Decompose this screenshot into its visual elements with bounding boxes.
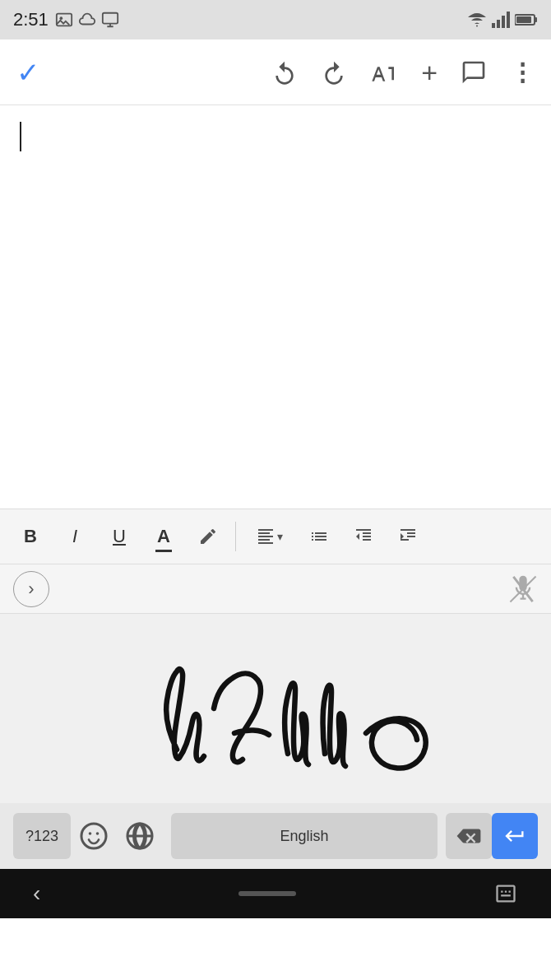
list-icon xyxy=(309,527,329,546)
svg-point-11 xyxy=(81,824,106,848)
secondary-toolbar: › xyxy=(0,564,551,614)
screen-icon xyxy=(101,11,119,29)
globe-icon xyxy=(125,821,155,851)
status-time: 2:51 xyxy=(13,9,49,30)
text-color-button[interactable]: A xyxy=(143,516,184,557)
editor-area[interactable] xyxy=(0,105,551,509)
svg-point-12 xyxy=(89,832,92,835)
check-button[interactable]: ✓ xyxy=(16,56,39,89)
font-size-button[interactable] xyxy=(370,59,398,86)
toolbar-right: + ⋮ xyxy=(271,58,535,86)
wifi-icon xyxy=(467,12,487,28)
comment-button[interactable] xyxy=(461,59,487,86)
color-bar xyxy=(155,550,172,552)
delete-icon xyxy=(456,826,481,846)
svg-rect-8 xyxy=(535,17,537,22)
emoji-icon xyxy=(79,821,109,851)
status-bar: 2:51 xyxy=(0,0,551,39)
emoji-button[interactable] xyxy=(71,813,117,859)
signal-icon xyxy=(492,12,510,28)
svg-rect-2 xyxy=(103,13,118,24)
mic-disabled-button[interactable] xyxy=(508,574,538,604)
numbers-button[interactable]: ?123 xyxy=(13,813,71,859)
text-cursor xyxy=(20,122,21,151)
bold-button[interactable]: B xyxy=(10,516,51,557)
align-button[interactable]: ▾ xyxy=(243,516,295,557)
highlight-button[interactable] xyxy=(188,516,229,557)
cloud-icon xyxy=(78,11,96,29)
battery-icon xyxy=(515,13,538,26)
more-button[interactable]: ⋮ xyxy=(510,60,535,85)
divider-1 xyxy=(235,522,236,551)
delete-button[interactable] xyxy=(446,813,492,859)
italic-button[interactable]: I xyxy=(54,516,95,557)
mic-icon xyxy=(512,574,535,604)
globe-button[interactable] xyxy=(117,813,163,859)
svg-rect-5 xyxy=(502,16,505,28)
enter-icon xyxy=(502,824,527,848)
svg-rect-4 xyxy=(497,20,500,28)
add-button[interactable]: + xyxy=(421,58,438,86)
outdent-icon xyxy=(354,527,373,546)
pencil-icon xyxy=(198,527,218,546)
handwriting-canvas xyxy=(70,626,481,791)
svg-rect-3 xyxy=(492,23,495,28)
expand-button[interactable]: › xyxy=(13,571,49,607)
enter-button[interactable] xyxy=(492,813,538,859)
indent-icon xyxy=(398,527,418,546)
svg-rect-9 xyxy=(516,16,531,23)
svg-rect-6 xyxy=(507,12,510,28)
status-bar-left: 2:51 xyxy=(13,9,119,30)
format-toolbar: B I U A ▾ xyxy=(0,509,551,564)
home-pill[interactable] xyxy=(238,891,296,896)
outdent-button[interactable] xyxy=(343,516,384,557)
status-icons xyxy=(55,11,119,29)
spacebar-button[interactable]: English xyxy=(171,813,438,859)
keyboard-button[interactable] xyxy=(493,882,518,905)
align-chevron: ▾ xyxy=(277,530,283,543)
handwriting-area[interactable] xyxy=(0,614,551,803)
list-button[interactable] xyxy=(299,516,340,557)
svg-point-1 xyxy=(59,16,63,20)
undo-button[interactable] xyxy=(271,59,298,86)
keyboard-bottom-row: ?123 English xyxy=(0,803,551,869)
svg-point-13 xyxy=(96,832,100,835)
redo-button[interactable] xyxy=(321,59,347,86)
back-button[interactable]: ‹ xyxy=(33,880,40,907)
indent-button[interactable] xyxy=(387,516,428,557)
toolbar-left: ✓ xyxy=(16,56,39,89)
nav-bar: ‹ xyxy=(0,869,551,918)
photo-icon xyxy=(55,11,73,29)
underline-button[interactable]: U xyxy=(99,516,140,557)
status-bar-right xyxy=(467,12,538,28)
top-toolbar: ✓ + ⋮ xyxy=(0,39,551,105)
align-icon xyxy=(256,527,276,546)
